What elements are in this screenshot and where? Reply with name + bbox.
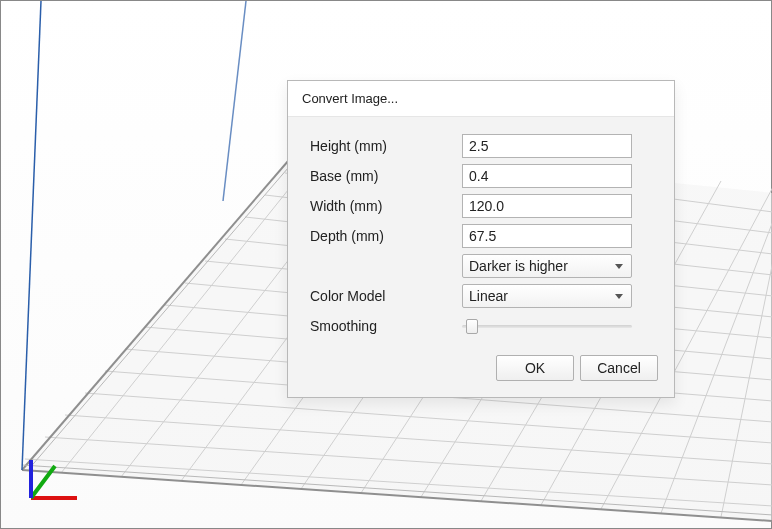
svg-line-28 [22, 1, 41, 470]
color-model-label: Color Model [310, 288, 462, 304]
svg-line-29 [223, 1, 246, 201]
slider-thumb[interactable] [466, 319, 478, 334]
base-label: Base (mm) [310, 168, 462, 184]
chevron-down-icon [615, 294, 623, 299]
chevron-down-icon [615, 264, 623, 269]
svg-line-2 [45, 437, 772, 485]
row-mapping: Darker is higher [310, 251, 658, 281]
height-label: Height (mm) [310, 138, 462, 154]
base-input[interactable] [462, 164, 632, 188]
color-model-value: Linear [469, 288, 508, 304]
depth-label: Depth (mm) [310, 228, 462, 244]
dialog-body: Height (mm) Base (mm) Width (mm) Depth (… [288, 117, 674, 397]
viewport-3d[interactable]: Convert Image... Height (mm) Base (mm) W… [0, 0, 772, 529]
ok-button[interactable]: OK [496, 355, 574, 381]
dialog-titlebar[interactable]: Convert Image... [288, 81, 674, 117]
row-base: Base (mm) [310, 161, 658, 191]
height-input[interactable] [462, 134, 632, 158]
svg-line-1 [25, 459, 772, 506]
width-input[interactable] [462, 194, 632, 218]
svg-line-31 [31, 466, 55, 498]
color-model-select[interactable]: Linear [462, 284, 632, 308]
svg-line-4 [85, 393, 772, 443]
svg-line-27 [721, 261, 772, 517]
row-smoothing: Smoothing [310, 311, 658, 341]
cancel-button[interactable]: Cancel [580, 355, 658, 381]
smoothing-label: Smoothing [310, 318, 462, 334]
row-width: Width (mm) [310, 191, 658, 221]
mapping-select[interactable]: Darker is higher [462, 254, 632, 278]
mapping-value: Darker is higher [469, 258, 568, 274]
depth-input[interactable] [462, 224, 632, 248]
row-height: Height (mm) [310, 131, 658, 161]
convert-image-dialog: Convert Image... Height (mm) Base (mm) W… [287, 80, 675, 398]
svg-line-16 [61, 149, 321, 473]
slider-track [462, 325, 632, 328]
svg-line-3 [65, 415, 772, 464]
row-color-model: Color Model Linear [310, 281, 658, 311]
svg-line-26 [661, 221, 772, 513]
smoothing-slider[interactable] [462, 314, 632, 338]
row-depth: Depth (mm) [310, 221, 658, 251]
width-label: Width (mm) [310, 198, 462, 214]
dialog-title: Convert Image... [302, 91, 398, 106]
dialog-buttons: OK Cancel [310, 341, 658, 381]
axis-gizmo [21, 430, 101, 510]
